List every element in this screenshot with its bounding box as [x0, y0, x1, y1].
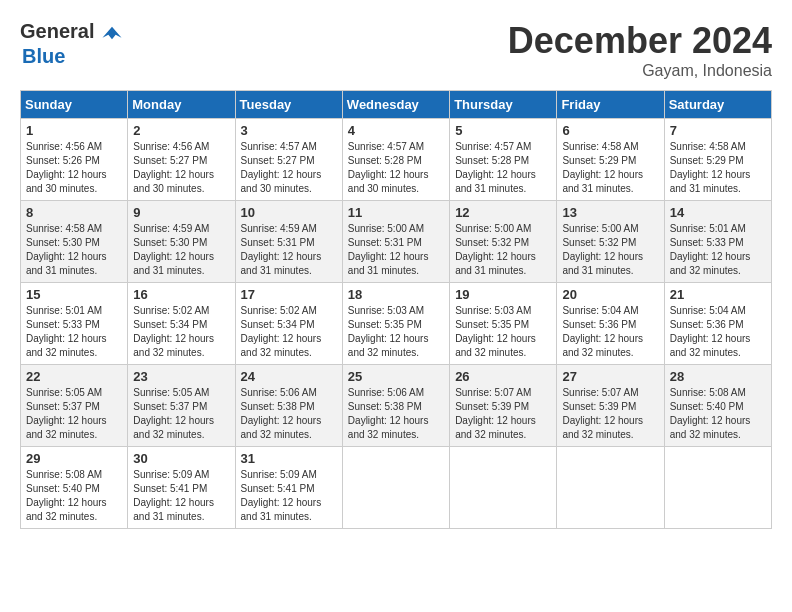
day-info: Sunrise: 4:58 AMSunset: 5:29 PMDaylight:… — [670, 141, 751, 194]
day-info: Sunrise: 5:06 AMSunset: 5:38 PMDaylight:… — [241, 387, 322, 440]
day-info: Sunrise: 5:05 AMSunset: 5:37 PMDaylight:… — [26, 387, 107, 440]
header-tuesday: Tuesday — [235, 91, 342, 119]
calendar-day-6: 6Sunrise: 4:58 AMSunset: 5:29 PMDaylight… — [557, 119, 664, 201]
calendar-day-11: 11Sunrise: 5:00 AMSunset: 5:31 PMDayligh… — [342, 201, 449, 283]
calendar-day-1: 1Sunrise: 4:56 AMSunset: 5:26 PMDaylight… — [21, 119, 128, 201]
calendar-day-10: 10Sunrise: 4:59 AMSunset: 5:31 PMDayligh… — [235, 201, 342, 283]
day-info: Sunrise: 5:05 AMSunset: 5:37 PMDaylight:… — [133, 387, 214, 440]
calendar-week-2: 8Sunrise: 4:58 AMSunset: 5:30 PMDaylight… — [21, 201, 772, 283]
calendar-week-4: 22Sunrise: 5:05 AMSunset: 5:37 PMDayligh… — [21, 365, 772, 447]
day-number: 9 — [133, 205, 229, 220]
calendar-day-16: 16Sunrise: 5:02 AMSunset: 5:34 PMDayligh… — [128, 283, 235, 365]
calendar-day-4: 4Sunrise: 4:57 AMSunset: 5:28 PMDaylight… — [342, 119, 449, 201]
day-number: 28 — [670, 369, 766, 384]
calendar-day-3: 3Sunrise: 4:57 AMSunset: 5:27 PMDaylight… — [235, 119, 342, 201]
day-number: 10 — [241, 205, 337, 220]
calendar-day-23: 23Sunrise: 5:05 AMSunset: 5:37 PMDayligh… — [128, 365, 235, 447]
day-number: 30 — [133, 451, 229, 466]
day-number: 15 — [26, 287, 122, 302]
day-info: Sunrise: 5:04 AMSunset: 5:36 PMDaylight:… — [670, 305, 751, 358]
header-wednesday: Wednesday — [342, 91, 449, 119]
day-info: Sunrise: 4:59 AMSunset: 5:30 PMDaylight:… — [133, 223, 214, 276]
day-info: Sunrise: 4:58 AMSunset: 5:30 PMDaylight:… — [26, 223, 107, 276]
day-number: 20 — [562, 287, 658, 302]
calendar-day-29: 29Sunrise: 5:08 AMSunset: 5:40 PMDayligh… — [21, 447, 128, 529]
day-number: 8 — [26, 205, 122, 220]
location-subtitle: Gayam, Indonesia — [508, 62, 772, 80]
day-number: 7 — [670, 123, 766, 138]
month-year-title: December 2024 — [508, 20, 772, 62]
calendar-day-26: 26Sunrise: 5:07 AMSunset: 5:39 PMDayligh… — [450, 365, 557, 447]
calendar-day-8: 8Sunrise: 4:58 AMSunset: 5:30 PMDaylight… — [21, 201, 128, 283]
day-info: Sunrise: 5:03 AMSunset: 5:35 PMDaylight:… — [348, 305, 429, 358]
calendar-header-row: SundayMondayTuesdayWednesdayThursdayFrid… — [21, 91, 772, 119]
day-info: Sunrise: 5:01 AMSunset: 5:33 PMDaylight:… — [670, 223, 751, 276]
calendar-day-7: 7Sunrise: 4:58 AMSunset: 5:29 PMDaylight… — [664, 119, 771, 201]
calendar-day-24: 24Sunrise: 5:06 AMSunset: 5:38 PMDayligh… — [235, 365, 342, 447]
calendar-day-20: 20Sunrise: 5:04 AMSunset: 5:36 PMDayligh… — [557, 283, 664, 365]
logo-blue: Blue — [22, 45, 65, 67]
empty-cell — [557, 447, 664, 529]
calendar-day-27: 27Sunrise: 5:07 AMSunset: 5:39 PMDayligh… — [557, 365, 664, 447]
day-number: 25 — [348, 369, 444, 384]
day-number: 5 — [455, 123, 551, 138]
day-number: 31 — [241, 451, 337, 466]
calendar-week-3: 15Sunrise: 5:01 AMSunset: 5:33 PMDayligh… — [21, 283, 772, 365]
day-info: Sunrise: 5:06 AMSunset: 5:38 PMDaylight:… — [348, 387, 429, 440]
day-number: 16 — [133, 287, 229, 302]
day-info: Sunrise: 5:09 AMSunset: 5:41 PMDaylight:… — [241, 469, 322, 522]
empty-cell — [664, 447, 771, 529]
day-number: 24 — [241, 369, 337, 384]
calendar-day-13: 13Sunrise: 5:00 AMSunset: 5:32 PMDayligh… — [557, 201, 664, 283]
header-thursday: Thursday — [450, 91, 557, 119]
day-number: 1 — [26, 123, 122, 138]
day-number: 11 — [348, 205, 444, 220]
empty-cell — [342, 447, 449, 529]
day-number: 12 — [455, 205, 551, 220]
calendar-day-9: 9Sunrise: 4:59 AMSunset: 5:30 PMDaylight… — [128, 201, 235, 283]
logo: General Blue — [20, 20, 123, 68]
day-number: 26 — [455, 369, 551, 384]
calendar-day-19: 19Sunrise: 5:03 AMSunset: 5:35 PMDayligh… — [450, 283, 557, 365]
day-info: Sunrise: 5:01 AMSunset: 5:33 PMDaylight:… — [26, 305, 107, 358]
day-number: 13 — [562, 205, 658, 220]
day-info: Sunrise: 4:57 AMSunset: 5:28 PMDaylight:… — [455, 141, 536, 194]
day-number: 4 — [348, 123, 444, 138]
day-info: Sunrise: 5:03 AMSunset: 5:35 PMDaylight:… — [455, 305, 536, 358]
day-number: 27 — [562, 369, 658, 384]
calendar-day-15: 15Sunrise: 5:01 AMSunset: 5:33 PMDayligh… — [21, 283, 128, 365]
title-area: December 2024 Gayam, Indonesia — [508, 20, 772, 80]
day-info: Sunrise: 4:57 AMSunset: 5:27 PMDaylight:… — [241, 141, 322, 194]
day-info: Sunrise: 4:59 AMSunset: 5:31 PMDaylight:… — [241, 223, 322, 276]
calendar-day-28: 28Sunrise: 5:08 AMSunset: 5:40 PMDayligh… — [664, 365, 771, 447]
calendar-day-12: 12Sunrise: 5:00 AMSunset: 5:32 PMDayligh… — [450, 201, 557, 283]
calendar-week-1: 1Sunrise: 4:56 AMSunset: 5:26 PMDaylight… — [21, 119, 772, 201]
calendar-day-17: 17Sunrise: 5:02 AMSunset: 5:34 PMDayligh… — [235, 283, 342, 365]
day-number: 19 — [455, 287, 551, 302]
day-info: Sunrise: 5:04 AMSunset: 5:36 PMDaylight:… — [562, 305, 643, 358]
page-header: General Blue December 2024 Gayam, Indone… — [20, 20, 772, 80]
header-sunday: Sunday — [21, 91, 128, 119]
day-number: 17 — [241, 287, 337, 302]
calendar-table: SundayMondayTuesdayWednesdayThursdayFrid… — [20, 90, 772, 529]
day-number: 22 — [26, 369, 122, 384]
day-info: Sunrise: 4:58 AMSunset: 5:29 PMDaylight:… — [562, 141, 643, 194]
logo-bird-icon — [101, 23, 123, 45]
svg-marker-0 — [102, 26, 121, 38]
calendar-day-14: 14Sunrise: 5:01 AMSunset: 5:33 PMDayligh… — [664, 201, 771, 283]
day-info: Sunrise: 4:56 AMSunset: 5:27 PMDaylight:… — [133, 141, 214, 194]
calendar-day-18: 18Sunrise: 5:03 AMSunset: 5:35 PMDayligh… — [342, 283, 449, 365]
day-number: 23 — [133, 369, 229, 384]
header-saturday: Saturday — [664, 91, 771, 119]
calendar-day-22: 22Sunrise: 5:05 AMSunset: 5:37 PMDayligh… — [21, 365, 128, 447]
day-info: Sunrise: 5:02 AMSunset: 5:34 PMDaylight:… — [133, 305, 214, 358]
day-number: 3 — [241, 123, 337, 138]
day-number: 6 — [562, 123, 658, 138]
day-info: Sunrise: 5:08 AMSunset: 5:40 PMDaylight:… — [26, 469, 107, 522]
calendar-week-5: 29Sunrise: 5:08 AMSunset: 5:40 PMDayligh… — [21, 447, 772, 529]
day-info: Sunrise: 5:00 AMSunset: 5:32 PMDaylight:… — [455, 223, 536, 276]
logo-general: General — [20, 24, 123, 41]
day-number: 18 — [348, 287, 444, 302]
day-number: 2 — [133, 123, 229, 138]
day-info: Sunrise: 5:02 AMSunset: 5:34 PMDaylight:… — [241, 305, 322, 358]
